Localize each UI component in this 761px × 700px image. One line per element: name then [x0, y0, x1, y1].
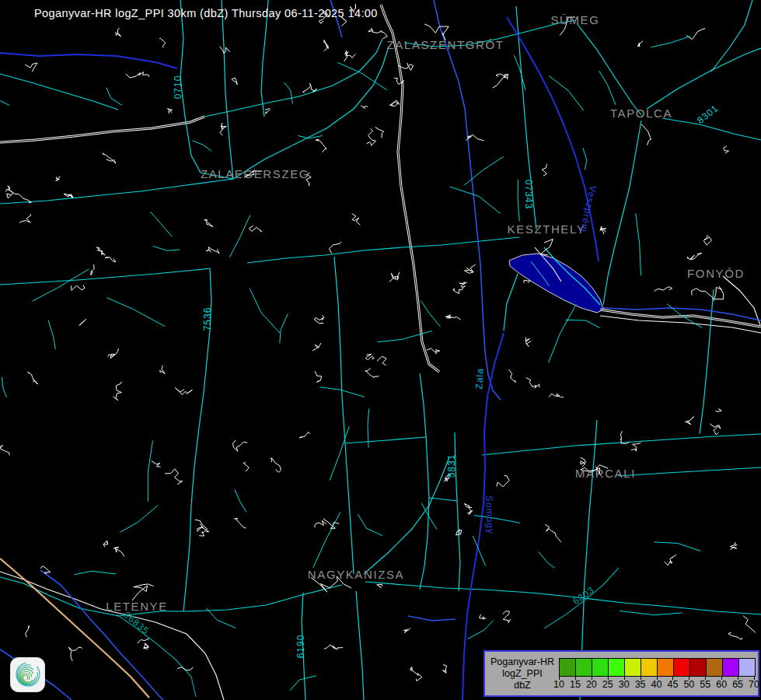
city-label-fonyod: FONYÓD [687, 267, 745, 280]
road-label-0710: 0710 [173, 75, 183, 100]
legend-panel: Poganyvar-HR logZ_PPI dbZ 10152025303540… [483, 650, 759, 697]
legend-color-cell [641, 659, 658, 676]
radar-map-canvas: SÜMEG ZALASZENTGRÓT TAPOLCA ZALAEGERSZEG… [0, 0, 761, 700]
legend-color-cell [739, 659, 755, 676]
legend-unit-label: dbZ [485, 680, 560, 691]
city-label-zalaegerszeg: ZALAEGERSZEG [201, 167, 309, 180]
city-label-keszthely: KESZTHELY [508, 222, 586, 236]
legend-tick-label: 50 [683, 679, 694, 690]
city-label-letenye: LETENYE [106, 600, 168, 613]
city-label-marcali: MARCALI [575, 467, 636, 480]
county-label-somogy: Somogy [483, 495, 496, 534]
legend-ticks: 10152025303540455055606570 [559, 677, 756, 694]
legend-tick-label: 30 [619, 679, 630, 690]
city-label-sumeg: SÜMEG [550, 13, 599, 26]
legend-tick-label: 65 [732, 679, 743, 690]
legend-tick-label: 20 [586, 679, 597, 690]
legend-product-label: logZ_PPI [485, 668, 560, 680]
legend-color-cell [592, 659, 609, 676]
river-label-zala: Zala [473, 368, 485, 390]
legend-tick-label: 45 [667, 679, 678, 690]
map-background [0, 0, 761, 700]
legend-tick-label: 15 [570, 679, 581, 690]
legend-tick-label: 10 [553, 679, 564, 690]
legend-text-block: Poganyvar-HR logZ_PPI dbZ [485, 656, 560, 691]
legend-tick-label: 35 [635, 679, 646, 690]
legend-color-cell [723, 659, 739, 676]
legend-tick-label: 55 [700, 679, 710, 690]
road-label-07343: 07343 [523, 180, 534, 209]
legend-tick-label: 70 [749, 679, 759, 690]
road-label-6190: 6190 [295, 635, 306, 659]
map-title: Poganyvar-HR logZ_PPI 30km (dbZ) Thursda… [34, 7, 378, 19]
city-label-nagykanizsa: NAGYKANIZSA [308, 568, 404, 581]
met-spiral-logo-icon [10, 657, 45, 692]
radar-screen: SÜMEG ZALASZENTGRÓT TAPOLCA ZALAEGERSZEG… [0, 0, 761, 700]
road-label-5831: 5831 [446, 454, 457, 478]
legend-color-cell [707, 659, 723, 676]
legend-tick-label: 25 [602, 679, 613, 690]
legend-tick-label: 40 [651, 679, 662, 690]
road-label-7536: 7536 [202, 307, 213, 331]
legend-color-cell [576, 659, 592, 676]
legend-colorbar [559, 658, 756, 677]
legend-color-cell [658, 659, 674, 676]
legend-color-cell [560, 659, 576, 676]
legend-station-label: Poganyvar-HR [485, 656, 560, 668]
legend-color-cell [674, 659, 690, 676]
city-label-zalaszentgrot: ZALASZENTGRÓT [387, 38, 504, 51]
legend-color-cell [625, 659, 641, 676]
city-label-tapolca: TAPOLCA [610, 107, 672, 120]
legend-tick-label: 60 [716, 679, 727, 690]
legend-color-cell [609, 659, 625, 676]
legend-color-cell [690, 659, 707, 676]
